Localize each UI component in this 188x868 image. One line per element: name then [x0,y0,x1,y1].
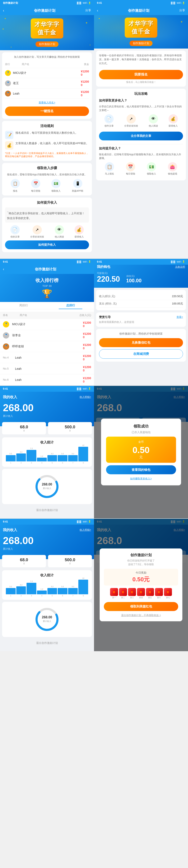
exit-4l[interactable]: 退出创作激励计划 [0,639,94,647]
modal-btn-3r[interactable]: 查看我的钱包 [106,465,176,474]
rule-icon-1: 📝 [5,131,13,139]
gi2-circle-3: 💵 [147,162,156,172]
status-icons-r1: ▌▌▌ WiFi 🔋 [171,2,185,4]
gi-circle-1: 📄 [105,114,114,123]
bv-2: 4.2 [20,451,23,453]
lb-money-3: ¥12000 [81,90,89,97]
collect-redpack-btn[interactable]: 领取到美篇红包 [104,602,178,611]
tab-weekly[interactable]: 周排行 [0,302,47,309]
coin-amount: 0.50 [109,445,173,455]
lb-name-1: MICU设计 [13,71,81,75]
tab-total[interactable]: 总排行 [47,302,94,309]
bar-7: 3.2 7 [68,453,78,464]
hero-banner-1: ✦ ★ ✦ ✦ ✦ 才华字字 值千金 创作激励计划 [0,15,94,50]
gi2-label-4: 钱包提现 [168,172,177,175]
signal-icon: ▌▌▌ [77,2,82,4]
b4l-7: 3.2 7 [68,586,78,597]
battery-2l: 🔋 [88,260,91,263]
share-btn-gameplay[interactable]: 去分享我的文章 [99,132,183,141]
time-2l: 9:41 [3,260,8,263]
improve-icon-label-2: 分享好友转发 [30,235,44,238]
back-button-1[interactable]: ‹ [3,8,4,13]
modal-subtitle-3r: 已存入美篇钱包 [106,430,176,434]
vote-link[interactable]: 查看> [177,315,183,319]
improve-icons-1: 📄 你的文章 ↗ 分享好友转发 👁 他人阅读 💰 获得收入 [5,225,89,238]
wechat-redpack-btn[interactable]: 兑换微信红包 [99,338,183,347]
space-3l [0,514,94,518]
income-title-3l: 我的收入 [3,395,17,400]
more-ranking-link[interactable]: 查看收入排名> [39,101,55,104]
signal-icon-r1: ▌▌▌ [171,2,176,4]
rank-badge-3: 🥉 [5,91,11,96]
bx-2: 2 [21,462,22,464]
back-btn-r1[interactable]: ‹ [97,8,98,13]
gi-4: 💰 获得收入 [168,114,178,127]
lb-money-1: ¥12000 [81,70,89,76]
bar-chart-3l: 3.2 1 4.2 2 7.2 3 1.2 4 [5,447,89,464]
day-env-7: 🧧 第七 [164,588,172,599]
improve-quote-1: 将自己的文章分享给好友，也人阅读即可获取收入，上不封顶！快去分享你的文章。 [5,207,89,223]
time-2r: 9:41 [97,260,102,263]
improve-icon-1: 📄 你的文章 [10,225,20,238]
lb-row-2l-4: No.4 Leah ¥12000 [0,352,94,363]
status-icons-3l: ▌▌▌ WiFi 🔋 [77,388,91,390]
stat-card-2: 500.0 0 [48,422,92,434]
income-link-4l[interactable]: 收入明细> [80,528,91,532]
coin-unit: 元 [109,455,173,460]
wallet-top-link[interactable]: 兑换说明 [175,265,185,269]
gameplay-icons1-r1: 📄 创作文章 ↗ 分享好友转发 👁 他人阅读 💰 获得收入 [99,114,183,127]
steps-section-1: 领取收入步骤 报名成功，需每日登陆App才能领取每日收入，若未领则当日收入作废。… [2,163,92,195]
exit-btn-3l[interactable]: 退出创作激励计划 [0,506,94,514]
rule-text-2: 文章阅读人数越多，收入越高，收入即可提现美篇APP账款。 [15,141,89,146]
income-link-3l[interactable]: 收入明细> [80,395,91,399]
share-button-1[interactable]: 分享 [85,8,91,12]
status-icons-4l: ▌▌▌ WiFi 🔋 [77,520,91,523]
lb-name-2l-1: MICU设计 [12,322,83,326]
modal-title-4r: 创作激励计划 [104,553,178,557]
bd-8 [78,447,88,461]
modal-link-3r[interactable]: 如何赚取更多收入> [130,477,152,480]
bd-3 [27,450,36,461]
income-balance-label-3l: 累计收入 [3,414,91,418]
register-btn-r1[interactable]: 我要报名 [99,70,183,79]
trophy-header: 收入排行榜 TOP 30 🏆 [0,274,94,302]
exit-note-4r[interactable]: 退出创作激励计划，不再领取收益 > [121,614,161,617]
day-label-5: 第五 [146,596,154,599]
exit-label-4l[interactable]: 退出创作激励计划 [36,641,58,645]
gi2-label-3: 领取收入 [147,172,156,175]
share-article-btn-1[interactable]: 如何提升收入 [5,241,89,249]
improve-icon-circle-2: ↗ [33,225,42,235]
sv-4l-1: 68.0 [5,557,43,562]
share-btn-r1[interactable]: 分享 [179,8,185,12]
time-1: 创作激励计划 [3,1,18,5]
gameplay-a2-r1: 报名成功后，记得每天登陆App才能领取每天收入，若未领到则当天收入作废哦。 [99,153,183,160]
income-header-4l: 我的收入 收入明细> 268.00 累计收入 [0,525,94,559]
wallet-nav: 我的钱包 兑换说明 [97,265,185,269]
battery-4l: 🔋 [88,520,91,523]
back-2l[interactable]: ‹ [3,267,4,271]
lb-th-name: 用户名 [20,313,79,317]
rule-icon-2: 💰 [5,141,13,150]
vote-desc: 如果有我观看的收入，这里提现 [99,320,183,324]
income-nav-3l: 我的收入 收入明细> [3,395,91,400]
register-button-1[interactable]: 一键报名 [5,106,89,116]
shop-consume-btn[interactable]: 在商城消费 [99,349,183,359]
star-r1: ✦ [98,17,100,20]
modal-overlay-3r[interactable]: 领取成功 已存入美篇钱包 金币 0.50 元 查看我的钱包 如何赚取更多收入> [94,386,188,518]
bx-6: 6 [62,462,63,464]
bars-4l: 3.2 1 4.2 2 7.2 3 1.2 4 [5,580,89,597]
nav-bar-2l: ‹ 创作激励计划 [0,265,94,274]
day-env-6: 🧧 第六 [155,588,163,599]
gi2-1: 📋 马上报名 [105,162,114,175]
frozen-label: 冻结(元) [126,275,141,278]
hero-badge-1: 创作激励计划 [36,41,59,47]
improve-icon-circle-4: 💰 [75,225,84,235]
exit-label-3l[interactable]: 退出创作激励计划 [36,508,58,512]
day-label: 今日奖励 [106,571,176,575]
rank-2l-4: No.4 [3,356,12,359]
modal-overlay-4r[interactable]: 创作激励计划 你已经连续开好打开篇了连续了7.5元，等你领取 今日奖励 0.50… [94,519,188,651]
b4l-6: 3.2 6 [58,586,68,597]
expense-label: 支出 (积分, 元) [99,302,117,306]
lb-tabs-container: 周排行 总排行 排名 用户名 总收入(元) 🥇 MICU设计 ¥12000 🥈 … [0,302,94,385]
steps-container-1: 📋 报名 📅 每日登陆 💵 领取收入 📱 美篇APP联 [5,179,89,192]
